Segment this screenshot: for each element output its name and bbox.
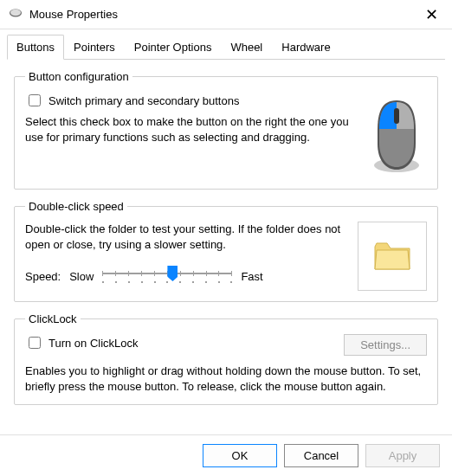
svg-rect-3 — [394, 108, 399, 124]
apply-button: Apply — [365, 444, 440, 467]
tab-wheel[interactable]: Wheel — [221, 35, 272, 60]
folder-test-area[interactable] — [358, 222, 427, 291]
button-configuration-group: Button configuration Switch primary and … — [14, 70, 438, 190]
title-bar: Mouse Properties ✕ — [0, 0, 452, 29]
window-title: Mouse Properties — [29, 8, 420, 21]
mouse-icon — [9, 8, 23, 21]
switch-buttons-checkbox[interactable]: Switch primary and secondary buttons — [25, 92, 356, 109]
clicklock-settings-button: Settings... — [344, 334, 427, 356]
close-icon[interactable]: ✕ — [420, 5, 443, 24]
clicklock-group: ClickLock Turn on ClickLock Settings... … — [14, 312, 438, 405]
button-config-description: Select this check box to make the button… — [25, 114, 356, 145]
speed-slider[interactable] — [102, 264, 232, 288]
tab-hardware[interactable]: Hardware — [272, 35, 339, 60]
clicklock-input[interactable] — [29, 337, 41, 349]
svg-point-1 — [10, 10, 21, 16]
speed-label: Speed: — [25, 270, 61, 283]
cancel-button[interactable]: Cancel — [284, 444, 358, 467]
switch-buttons-label: Switch primary and secondary buttons — [48, 94, 239, 107]
ok-button[interactable]: OK — [203, 444, 277, 467]
dialog-button-bar: OK Cancel Apply — [0, 434, 452, 476]
slow-label: Slow — [69, 270, 94, 283]
clicklock-label: Turn on ClickLock — [48, 337, 139, 350]
tab-content: Button configuration Switch primary and … — [7, 59, 445, 422]
tab-pointer-options[interactable]: Pointer Options — [125, 35, 222, 60]
tab-buttons[interactable]: Buttons — [7, 35, 64, 60]
double-click-legend: Double-click speed — [25, 200, 127, 213]
clicklock-description: Enables you to highlight or drag without… — [25, 363, 427, 394]
button-config-legend: Button configuration — [25, 70, 132, 83]
tab-pointers[interactable]: Pointers — [64, 35, 125, 60]
switch-buttons-input[interactable] — [29, 94, 41, 106]
mouse-illustration — [366, 92, 427, 178]
folder-icon — [373, 240, 411, 273]
clicklock-legend: ClickLock — [25, 312, 81, 325]
double-click-speed-group: Double-click speed Double-click the fold… — [14, 200, 438, 302]
fast-label: Fast — [241, 270, 262, 283]
tab-strip: Buttons Pointers Pointer Options Wheel H… — [0, 29, 452, 60]
double-click-description: Double-click the folder to test your set… — [25, 222, 347, 252]
clicklock-checkbox[interactable]: Turn on ClickLock — [25, 334, 139, 351]
slider-thumb[interactable] — [167, 266, 178, 281]
